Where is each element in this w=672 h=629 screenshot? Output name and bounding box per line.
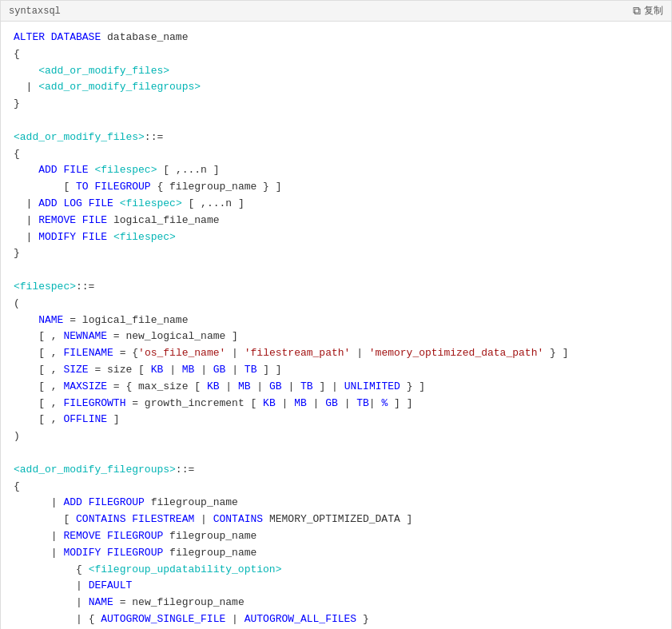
lang-label: syntaxsql bbox=[9, 6, 61, 17]
code-body: ALTER DATABASE database_name { <add_or_m… bbox=[1, 22, 671, 629]
code-container: syntaxsql ⧉ 复制 ALTER DATABASE database_n… bbox=[0, 0, 672, 629]
copy-button[interactable]: ⧉ 复制 bbox=[633, 4, 663, 18]
code-header: syntaxsql ⧉ 复制 bbox=[1, 1, 671, 22]
copy-label: 复制 bbox=[644, 4, 663, 18]
copy-icon: ⧉ bbox=[633, 5, 641, 18]
